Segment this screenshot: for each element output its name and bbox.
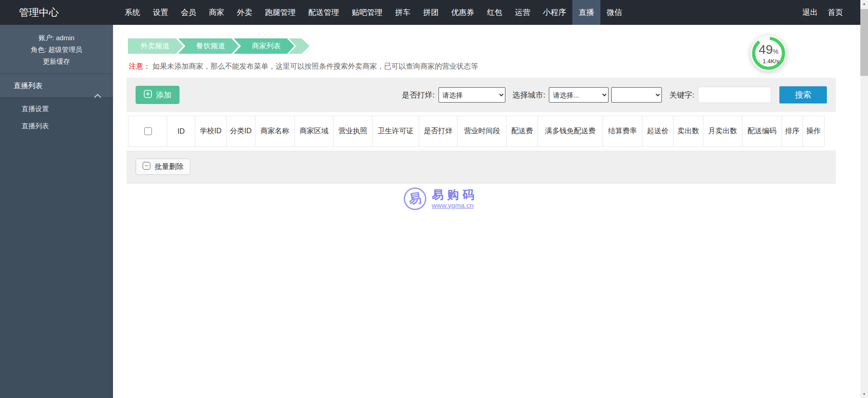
nav-item-operation[interactable]: 运营	[509, 0, 537, 25]
select-all-checkbox[interactable]	[144, 127, 152, 135]
role-label: 角色:	[31, 46, 46, 53]
nav-item-member[interactable]: 会员	[175, 0, 203, 25]
watermark-url-link[interactable]: www.ygma.cn	[432, 201, 478, 210]
app-title: 管理中心	[0, 0, 113, 25]
sidebar-item-live-list[interactable]: 直播列表	[0, 117, 113, 135]
account-value: admin	[56, 34, 75, 42]
column-header-sales-count: 卖出数	[674, 116, 703, 147]
watermark-logo-icon: 易	[402, 186, 428, 211]
nav-item-takeout[interactable]: 外卖	[231, 0, 259, 25]
refresh-cache-link[interactable]: 更新缓存	[0, 56, 113, 67]
city-select[interactable]: 请选择...	[549, 87, 609, 103]
nav-item-settings[interactable]: 设置	[146, 0, 175, 25]
city-label: 选择城市:	[513, 90, 546, 100]
account-block: 账户: admin 角色: 超级管理员 更新缓存	[0, 25, 113, 74]
column-header-monthly-sales: 月卖出数	[703, 116, 742, 147]
network-speed-widget: 49% ↑ 1.4K/s	[750, 35, 787, 71]
plus-icon	[144, 90, 152, 100]
nav-item-merchant[interactable]: 商家	[203, 0, 231, 25]
logout-link[interactable]: 退出	[797, 0, 823, 25]
account-line: 账户: admin	[0, 32, 113, 44]
table-header-row: ID 学校ID 分类ID 商家名称 商家区域 营业执照 卫生许可证 是否打烊 营…	[128, 116, 825, 147]
bulk-action-bar: 批量删除	[127, 150, 836, 183]
sidebar-section-live-list[interactable]: 直播列表	[0, 74, 113, 98]
up-arrow-icon: ↑	[758, 58, 761, 65]
nav-item-groupbuy[interactable]: 拼团	[417, 0, 445, 25]
home-link[interactable]: 首页	[823, 0, 848, 25]
sidebar-section-label: 直播列表	[14, 82, 42, 89]
role-line: 角色: 超级管理员	[0, 44, 113, 56]
nav-item-system[interactable]: 系统	[118, 0, 146, 25]
breadcrumb-merchant-list[interactable]: 商家列表	[234, 38, 294, 54]
column-header-actions: 操作	[803, 116, 825, 147]
column-header-sort: 排序	[782, 116, 803, 147]
breadcrumb-takeout-channel[interactable]: 外卖频道	[128, 38, 183, 54]
notice-line: 注意： 如果未添加商家，那么不能发布菜单，这里可以按照条件搜索外卖商家，已可以查…	[129, 62, 478, 71]
bulk-delete-button[interactable]: 批量删除	[136, 159, 190, 175]
notice-prefix: 注意：	[129, 62, 151, 70]
column-header-school-id: 学校ID	[195, 116, 226, 147]
nav-item-live[interactable]: 直播	[572, 0, 600, 25]
notice-text: 如果未添加商家，那么不能发布菜单，这里可以按照条件搜索外卖商家，已可以查询商家的…	[152, 62, 478, 70]
column-header-category-id: 分类ID	[226, 116, 255, 147]
nav-item-wechat[interactable]: 微信	[600, 0, 628, 25]
column-header-merchant-name: 商家名称	[255, 116, 295, 147]
merchant-table: ID 学校ID 分类ID 商家名称 商家区域 营业执照 卫生许可证 是否打烊 营…	[128, 116, 825, 147]
nav-item-miniprogram[interactable]: 小程序	[537, 0, 572, 25]
nav-item-errand-management[interactable]: 跑腿管理	[259, 0, 302, 25]
column-header-is-closed: 是否打烊	[419, 116, 458, 147]
watermark-text: 易购码 www.ygma.cn	[432, 188, 478, 210]
account-label: 账户:	[38, 34, 54, 42]
chevron-up-icon	[94, 84, 101, 108]
column-header-free-delivery-threshold: 满多钱免配送费	[538, 116, 603, 147]
filters: 是否打烊: 请选择 选择城市: 请选择... 关键字: 搜索	[395, 86, 827, 103]
keyword-input[interactable]	[698, 87, 771, 103]
breadcrumb-food-channel[interactable]: 餐饮频道	[178, 38, 239, 54]
nav-item-tieba-management[interactable]: 贴吧管理	[345, 0, 389, 25]
add-button-label: 添加	[156, 90, 171, 100]
main-content: 外卖频道 餐饮频道 商家列表 注意： 如果未添加商家，那么不能发布菜单，这里可以…	[113, 25, 868, 398]
column-header-health-permit: 卫生许可证	[373, 116, 419, 147]
scrollbar-thumb[interactable]	[860, 9, 868, 76]
column-header-min-order: 起送价	[642, 116, 674, 147]
add-button[interactable]: 添加	[136, 86, 179, 104]
scroll-up-icon[interactable]: ▲	[860, 0, 868, 8]
nav-item-carpool[interactable]: 拼车	[389, 0, 417, 25]
sidebar: 账户: admin 角色: 超级管理员 更新缓存 直播列表 直播设置 直播列表	[0, 25, 113, 398]
watermark: 易 易购码 www.ygma.cn	[404, 187, 478, 210]
column-header-business-hours: 营业时间段	[458, 116, 507, 147]
watermark-name: 易购码	[432, 188, 478, 201]
district-select[interactable]	[611, 87, 662, 103]
minus-icon	[142, 162, 151, 172]
speed-value: 1.4K/s	[763, 58, 779, 65]
nav-item-coupon[interactable]: 优惠券	[445, 0, 481, 25]
open-status-select[interactable]: 请选择	[439, 87, 505, 103]
column-header-merchant-area: 商家区域	[295, 116, 334, 147]
vertical-scrollbar[interactable]: ▲ ▼	[860, 0, 868, 398]
column-header-settlement-rate: 结算费率	[603, 116, 642, 147]
search-button[interactable]: 搜索	[779, 86, 827, 103]
column-header-business-license: 营业执照	[334, 116, 373, 147]
nav-item-delivery-management[interactable]: 配送管理	[302, 0, 345, 25]
open-status-label: 是否打烊:	[402, 90, 435, 100]
network-speed: ↑ 1.4K/s	[750, 58, 787, 65]
main-menu: 系统 设置 会员 商家 外卖 跑腿管理 配送管理 贴吧管理 拼车 拼团 优惠券 …	[118, 0, 628, 25]
scroll-down-icon[interactable]: ▼	[860, 390, 868, 398]
nav-item-redpacket[interactable]: 红包	[481, 0, 509, 25]
progress-percent: 49%	[750, 42, 787, 57]
bulk-delete-label: 批量删除	[155, 162, 184, 172]
keyword-label: 关键字:	[669, 90, 694, 100]
role-value: 超级管理员	[48, 46, 82, 53]
filter-toolbar: 添加 是否打烊: 请选择 选择城市: 请选择... 关键字: 搜索	[127, 78, 836, 112]
column-header-delivery-fee: 配送费	[507, 116, 538, 147]
column-header-delivery-code: 配送编码	[742, 116, 782, 147]
navbar-right: 退出 首页	[797, 0, 868, 25]
top-navbar: 管理中心 系统 设置 会员 商家 外卖 跑腿管理 配送管理 贴吧管理 拼车 拼团…	[0, 0, 868, 25]
breadcrumb: 外卖频道 餐饮频道 商家列表	[128, 38, 310, 54]
column-header-select	[128, 116, 167, 147]
column-header-id: ID	[167, 116, 195, 147]
